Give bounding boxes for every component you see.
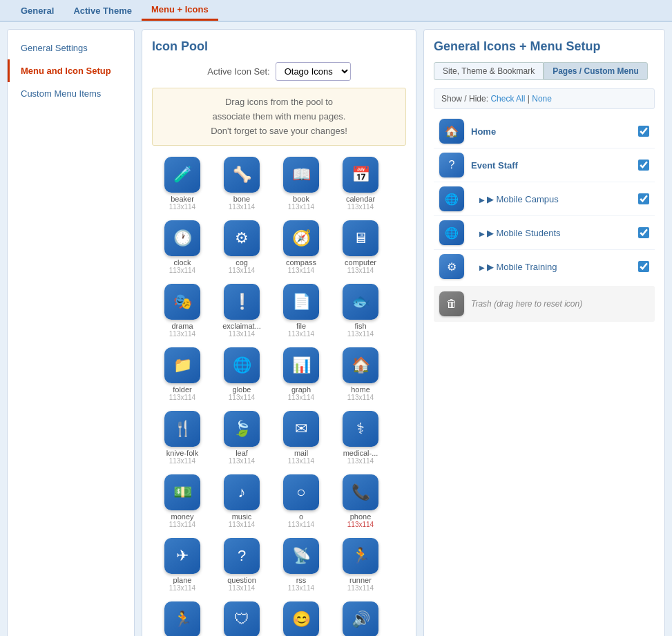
- icon-item-exclaimat...[interactable]: ❕exclaimat...113x114: [214, 281, 269, 340]
- icon-label-home: home: [351, 385, 370, 394]
- show-hide-label: Show / Hide:: [441, 94, 488, 104]
- icon-box-cog: ⚙: [224, 220, 260, 256]
- sidebar-item-custom-menu[interactable]: Custom Menu Items: [8, 82, 134, 105]
- icon-box-smiley-f...: 😊: [283, 601, 319, 636]
- icon-size-phone: 113x114: [347, 521, 374, 528]
- icon-item-cog[interactable]: ⚙cog113x114: [214, 218, 269, 277]
- icon-item-medical-...[interactable]: ⚕medical-...113x114: [333, 408, 388, 468]
- sidebar-item-menu-icon-setup[interactable]: Menu and Icon Setup: [8, 59, 134, 82]
- icon-size-bone: 113x114: [229, 203, 255, 211]
- icon-box-o: ○: [283, 474, 319, 510]
- trash-row[interactable]: 🗑 Trash (drag here to reset icon): [434, 286, 655, 322]
- icon-box-question: ?: [224, 538, 260, 574]
- right-panel: General Icons + Menu Setup Site, Theme &…: [423, 29, 665, 636]
- icon-label-folder: folder: [173, 385, 192, 394]
- icon-label-globe: globe: [233, 385, 251, 394]
- icon-item-smiley-f...[interactable]: 😊smiley-f...113x114: [273, 599, 329, 636]
- icon-item-leaf[interactable]: 🍃leaf113x114: [214, 408, 269, 468]
- show-hide-row: Show / Hide: Check All | None: [434, 88, 655, 109]
- icon-item-speaker[interactable]: 🔊speaker113x114: [333, 599, 388, 636]
- icon-label-beaker: beaker: [171, 195, 194, 203]
- tab-pages-custom[interactable]: Pages / Custom Menu: [544, 62, 648, 80]
- menu-item-mobile-students: 🌐▶ Mobile Students: [434, 216, 655, 250]
- icon-item-folder[interactable]: 📁folder113x114: [155, 345, 210, 404]
- icon-box-calendar: 📅: [343, 157, 378, 193]
- icon-item-knive-folk[interactable]: 🍴knive-folk113x114: [155, 408, 210, 468]
- icon-label-file: file: [296, 322, 306, 330]
- icon-size-question: 113x114: [229, 584, 255, 592]
- icon-item-drama[interactable]: 🎭drama113x114: [155, 281, 210, 340]
- menu-item-checkbox-event-staff[interactable]: [638, 160, 649, 171]
- top-nav: General Active Theme Menu + Icons: [0, 0, 672, 22]
- icon-item-runner2[interactable]: 🏃runner2113x114: [155, 599, 210, 636]
- icon-item-shield[interactable]: 🛡shield113x114: [214, 599, 269, 636]
- icon-item-fish[interactable]: 🐟fish113x114: [333, 281, 388, 340]
- icon-item-bone[interactable]: 🦴bone113x114: [214, 154, 269, 213]
- menu-item-mobile-training: ⚙▶ Mobile Training: [434, 250, 655, 283]
- icon-item-money[interactable]: 💵money113x114: [155, 472, 210, 531]
- icon-item-rss[interactable]: 📡rss113x114: [273, 535, 329, 595]
- icon-item-music[interactable]: ♪music113x114: [214, 472, 269, 531]
- icon-label-drama: drama: [171, 322, 193, 330]
- icon-item-clock[interactable]: 🕐clock113x114: [155, 218, 210, 277]
- icon-item-graph[interactable]: 📊graph113x114: [273, 345, 329, 404]
- none-link[interactable]: None: [532, 94, 552, 104]
- icon-item-home[interactable]: 🏠home113x114: [333, 345, 388, 404]
- icon-box-money: 💵: [164, 474, 200, 510]
- menu-item-label-mobile-students: ▶ Mobile Students: [471, 228, 631, 238]
- icon-box-beaker: 🧪: [164, 157, 200, 193]
- icon-label-runner: runner: [349, 576, 372, 584]
- icon-set-select[interactable]: Otago Icons: [276, 62, 351, 81]
- icon-item-calendar[interactable]: 📅calendar113x114: [333, 154, 388, 213]
- icon-box-bone: 🦴: [224, 157, 260, 193]
- separator: |: [528, 94, 530, 104]
- menu-item-label-mobile-campus: ▶ Mobile Campus: [471, 194, 631, 204]
- nav-active-theme[interactable]: Active Theme: [64, 1, 142, 20]
- icon-item-beaker[interactable]: 🧪beaker113x114: [155, 154, 210, 213]
- menu-item-label-home: Home: [471, 126, 631, 137]
- icon-box-shield: 🛡: [224, 601, 260, 636]
- icon-box-computer: 🖥: [343, 220, 378, 256]
- icon-box-plane: ✈: [164, 538, 200, 574]
- icon-box-leaf: 🍃: [224, 411, 260, 447]
- icon-item-globe[interactable]: 🌐globe113x114: [214, 345, 269, 404]
- icon-item-compass[interactable]: 🧭compass113x114: [273, 218, 329, 277]
- nav-general[interactable]: General: [11, 1, 64, 20]
- icon-box-home: 🏠: [343, 347, 378, 383]
- icon-item-phone[interactable]: 📞phone113x114: [333, 472, 388, 531]
- icon-box-speaker: 🔊: [343, 601, 378, 636]
- icon-item-runner[interactable]: 🏃runner113x114: [333, 535, 388, 595]
- icon-item-plane[interactable]: ✈plane113x114: [155, 535, 210, 595]
- icon-label-calendar: calendar: [346, 195, 375, 203]
- icon-size-fish: 113x114: [347, 330, 374, 338]
- sidebar: General Settings Menu and Icon Setup Cus…: [7, 29, 135, 636]
- menu-item-checkbox-mobile-training[interactable]: [638, 261, 649, 272]
- icon-box-fish: 🐟: [343, 284, 378, 320]
- menu-item-checkbox-mobile-students[interactable]: [638, 227, 649, 238]
- check-all-link[interactable]: Check All: [490, 94, 525, 104]
- icon-item-book[interactable]: 📖book113x114: [273, 154, 329, 213]
- tab-row: Site, Theme & Bookmark Pages / Custom Me…: [434, 62, 655, 80]
- icon-size-mail: 113x114: [288, 457, 314, 465]
- icon-label-graph: graph: [291, 385, 311, 394]
- icon-item-computer[interactable]: 🖥computer113x114: [333, 218, 388, 277]
- menu-item-icon-event-staff: ?: [439, 153, 464, 177]
- icon-item-o[interactable]: ○o113x114: [273, 472, 329, 531]
- nav-menu-icons[interactable]: Menu + Icons: [142, 0, 218, 21]
- menu-item-checkbox-home[interactable]: [638, 126, 649, 137]
- icon-box-knive-folk: 🍴: [164, 411, 200, 447]
- menu-item-icon-mobile-campus: 🌐: [439, 186, 464, 211]
- tab-site-theme[interactable]: Site, Theme & Bookmark: [434, 62, 544, 80]
- icon-item-question[interactable]: ?question113x114: [214, 535, 269, 595]
- icon-size-globe: 113x114: [229, 394, 255, 401]
- icon-size-music: 113x114: [229, 521, 255, 528]
- sidebar-item-general-settings[interactable]: General Settings: [8, 37, 134, 59]
- icon-item-mail[interactable]: ✉mail113x114: [273, 408, 329, 468]
- trash-label: Trash (drag here to reset icon): [471, 299, 582, 309]
- icon-size-medical-...: 113x114: [347, 457, 374, 465]
- menu-item-checkbox-mobile-campus[interactable]: [638, 193, 649, 204]
- icon-item-file[interactable]: 📄file113x114: [273, 281, 329, 340]
- info-line1: Drag icons from the pool to: [225, 97, 333, 107]
- icon-size-money: 113x114: [169, 521, 195, 528]
- icon-size-knive-folk: 113x114: [169, 457, 195, 465]
